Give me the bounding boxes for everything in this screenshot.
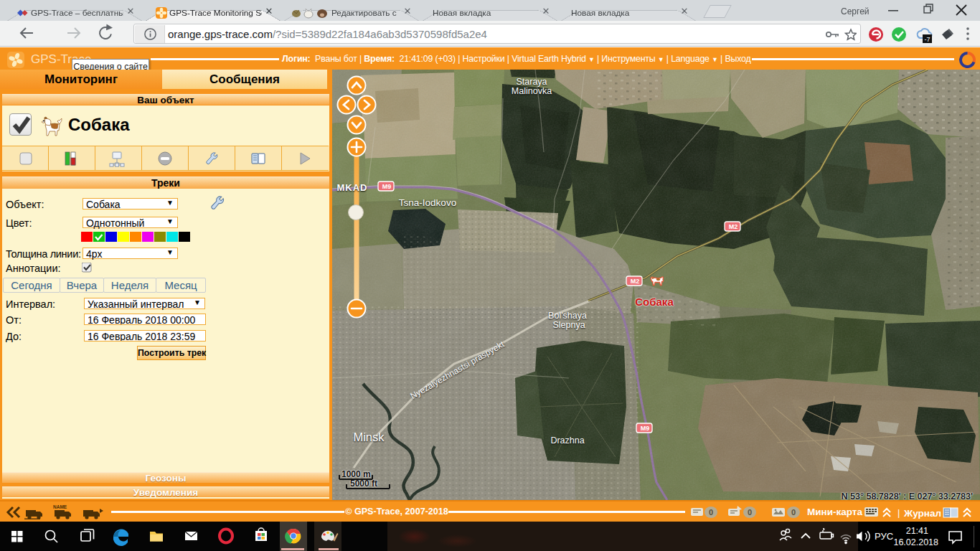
svg-text:5000 ft: 5000 ft	[350, 479, 377, 489]
svg-text:M9: M9	[641, 425, 650, 432]
svg-text:NAME: NAME	[53, 504, 67, 509]
svg-text:16.02.2018: 16.02.2018	[893, 537, 938, 547]
svg-text:Minsk: Minsk	[353, 430, 385, 443]
svg-text:Bol'shaya: Bol'shaya	[548, 311, 587, 321]
svg-text:MKAD: MKAD	[337, 182, 368, 193]
svg-text:0: 0	[709, 508, 713, 517]
svg-text:M2: M2	[729, 223, 738, 230]
svg-text:M2: M2	[631, 278, 640, 285]
svg-text:Собака: Собака	[635, 296, 674, 308]
svg-text:0: 0	[791, 508, 796, 517]
svg-text:Tsna-Iodkovo: Tsna-Iodkovo	[399, 197, 456, 208]
svg-text:Malinovka: Malinovka	[512, 86, 552, 96]
svg-text:Staraya: Staraya	[516, 77, 547, 87]
svg-text:0: 0	[748, 508, 752, 517]
svg-text:21:41: 21:41	[906, 526, 928, 536]
svg-text:N 53° 58.7828' : E 027° 33.278: N 53° 58.7828' : E 027° 33.2783'	[842, 491, 973, 500]
svg-text:Журнал: Журнал	[903, 508, 941, 519]
svg-text:Drazhna: Drazhna	[550, 435, 584, 446]
svg-text:Slepnya: Slepnya	[552, 320, 585, 330]
svg-text:|: |	[897, 507, 900, 518]
svg-text:M9: M9	[382, 183, 392, 190]
svg-text:РУС: РУС	[875, 531, 893, 542]
svg-text:1000 m: 1000 m	[341, 469, 371, 479]
svg-text:-7: -7	[924, 36, 930, 43]
